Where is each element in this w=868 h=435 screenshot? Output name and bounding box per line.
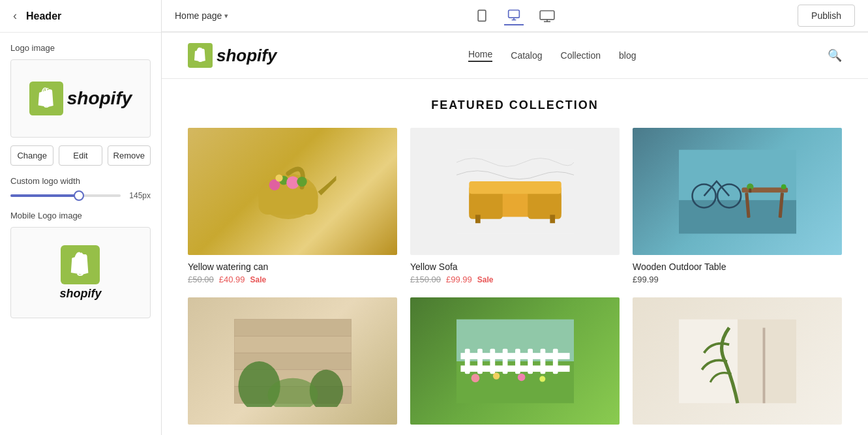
svg-rect-51 xyxy=(464,348,470,374)
mobile-logo-inner: S shopify xyxy=(59,245,101,301)
sale-badge-sofa: Sale xyxy=(477,275,494,284)
nav-collection[interactable]: Collection xyxy=(561,50,601,61)
slider-value: 145px xyxy=(127,191,151,200)
preview-area: S shopify Home Catalog Collection blog 🔍… xyxy=(162,33,868,435)
store-logo-text: shopify xyxy=(217,46,277,66)
store-logo-bag-icon: S xyxy=(188,43,213,68)
slider-thumb[interactable] xyxy=(74,190,84,201)
original-price-watering-can: £50.00 xyxy=(188,275,214,284)
plants-icon xyxy=(234,316,352,407)
logo-actions: Change Edit Remove xyxy=(10,145,151,166)
topbar-center xyxy=(473,6,558,25)
mobile-shopify-bag-icon: S xyxy=(61,245,100,284)
product-image-table xyxy=(633,128,842,255)
sale-price-watering-can: £40.99 xyxy=(219,275,245,284)
nav-home[interactable]: Home xyxy=(468,49,492,62)
product-card-watering-can[interactable]: Yellow watering can £50.00 £40.99 Sale xyxy=(188,128,397,284)
product-card-table[interactable]: Wooden Outdoor Table £99.99 xyxy=(633,128,842,284)
remove-logo-button[interactable]: Remove xyxy=(108,145,151,166)
mobile-logo-label: Mobile Logo image xyxy=(10,211,151,220)
main-content: Home page ▾ xyxy=(162,0,868,435)
fence-icon xyxy=(456,316,574,407)
topbar-left: Home page ▾ xyxy=(175,10,228,21)
svg-point-59 xyxy=(471,374,479,382)
nav-blog[interactable]: blog xyxy=(619,50,636,61)
topbar-right: Publish xyxy=(798,5,855,27)
mobile-shopify-text: shopify xyxy=(59,287,101,301)
svg-rect-40 xyxy=(234,336,352,353)
product-card-sofa[interactable]: Yellow Sofa £150.00 £99.99 Sale xyxy=(410,128,620,284)
product-image-plants xyxy=(188,297,397,425)
search-icon[interactable]: 🔍 xyxy=(828,48,842,63)
edit-logo-button[interactable]: Edit xyxy=(59,145,102,166)
svg-rect-55 xyxy=(515,348,520,374)
product-grid: Yellow watering can £50.00 £40.99 Sale xyxy=(188,128,842,431)
shopify-logo-text: shopify xyxy=(67,88,132,109)
regular-price-table: £99.99 xyxy=(633,275,659,284)
svg-rect-58 xyxy=(552,348,558,374)
mobile-logo-box: S shopify xyxy=(10,227,151,318)
desktop-icon xyxy=(507,8,521,22)
page-selector[interactable]: Home page ▾ xyxy=(175,10,228,21)
store-nav: Home Catalog Collection blog xyxy=(468,49,636,62)
back-button[interactable]: ‹ xyxy=(10,9,20,23)
svg-rect-52 xyxy=(477,348,483,374)
product-name-table: Wooden Outdoor Table xyxy=(633,262,842,272)
svg-text:S: S xyxy=(198,56,203,63)
logo-width-slider-row: 145px xyxy=(10,191,151,200)
wide-device-button[interactable] xyxy=(537,7,558,25)
svg-rect-64 xyxy=(679,319,738,403)
change-logo-button[interactable]: Change xyxy=(10,145,53,166)
logo-image-placeholder: S shopify xyxy=(29,82,132,115)
featured-title: FEATURED COLLECTION xyxy=(188,98,842,112)
product-name-watering-can: Yellow watering can xyxy=(188,262,397,272)
mobile-icon xyxy=(475,9,488,22)
topbar: Home page ▾ xyxy=(162,0,868,33)
slider-track[interactable] xyxy=(10,194,121,197)
svg-rect-65 xyxy=(762,327,765,403)
svg-point-19 xyxy=(297,176,307,186)
svg-rect-39 xyxy=(234,319,352,336)
product-image-sofa xyxy=(410,128,620,255)
product-image-partial xyxy=(633,297,842,425)
product-card-plants[interactable] xyxy=(188,297,397,431)
slider-fill xyxy=(10,194,79,197)
price-row-table: £99.99 xyxy=(633,275,842,284)
logo-image-label: Logo image xyxy=(10,43,151,53)
featured-section: FEATURED COLLECTION xyxy=(162,79,868,435)
sidebar-header: ‹ Header xyxy=(0,0,161,33)
svg-rect-6 xyxy=(508,10,519,18)
svg-rect-57 xyxy=(540,348,545,374)
svg-rect-15 xyxy=(258,187,318,215)
publish-button[interactable]: Publish xyxy=(798,5,855,27)
custom-logo-width-label: Custom logo width xyxy=(10,176,151,186)
partial-icon xyxy=(679,316,796,407)
mobile-device-button[interactable] xyxy=(473,7,491,25)
product-name-sofa: Yellow Sofa xyxy=(410,262,620,272)
table-icon xyxy=(679,146,796,237)
store-header: S shopify Home Catalog Collection blog 🔍 xyxy=(162,33,868,79)
product-card-fence[interactable] xyxy=(410,297,620,431)
original-price-sofa: £150.00 xyxy=(410,275,441,284)
product-card-partial[interactable] xyxy=(633,297,842,431)
svg-point-20 xyxy=(275,174,282,181)
nav-catalog[interactable]: Catalog xyxy=(511,50,542,61)
page-selector-chevron: ▾ xyxy=(224,12,228,20)
product-image-fence xyxy=(410,297,620,425)
svg-rect-54 xyxy=(502,348,507,374)
sale-badge-watering-can: Sale xyxy=(250,275,267,284)
sidebar: ‹ Header Logo image S shopify Change Edi… xyxy=(0,0,162,435)
svg-rect-9 xyxy=(540,11,554,20)
watering-can-icon xyxy=(247,146,338,237)
wide-icon xyxy=(539,9,555,22)
sofa-icon xyxy=(456,146,574,237)
desktop-device-button[interactable] xyxy=(504,6,524,25)
svg-text:S: S xyxy=(77,265,84,277)
price-row-watering-can: £50.00 £40.99 Sale xyxy=(188,275,397,284)
sale-price-sofa: £99.99 xyxy=(446,275,472,284)
product-image-watering-can xyxy=(188,128,397,255)
svg-rect-27 xyxy=(550,215,555,223)
svg-rect-4 xyxy=(478,10,486,22)
price-row-sofa: £150.00 £99.99 Sale xyxy=(410,275,620,284)
svg-point-62 xyxy=(539,376,545,382)
